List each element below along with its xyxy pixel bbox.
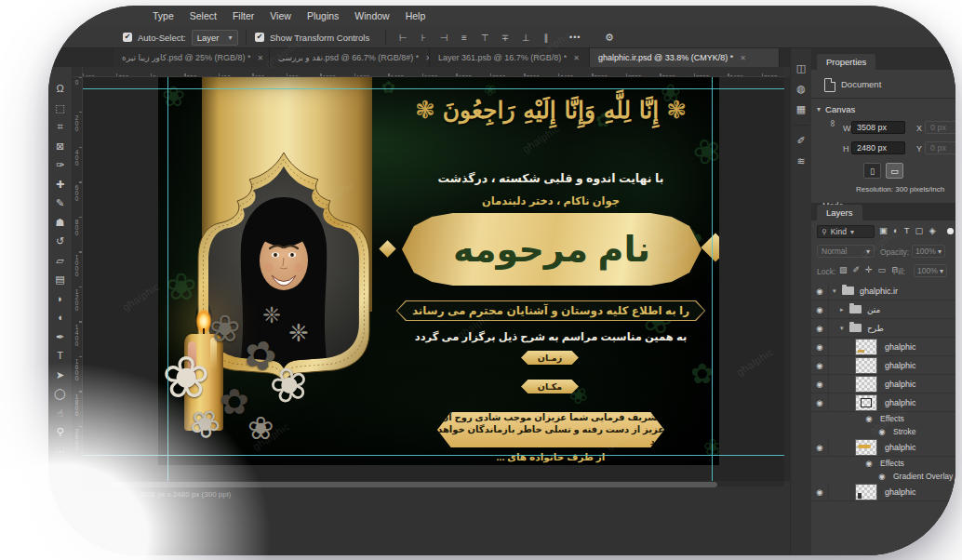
height-field[interactable]: 2480 px — [851, 141, 905, 154]
align-top-icon[interactable]: ⊤ — [478, 33, 491, 43]
blend-mode-dropdown[interactable]: Normal ▾ — [817, 245, 875, 258]
layer-row-group[interactable]: ◉ ▾ ghalphic.ir — [811, 282, 955, 300]
layer-row[interactable]: ◉ ghalphic — [811, 375, 955, 393]
menu-item[interactable]: Window — [354, 10, 389, 21]
visibility-eye-icon[interactable]: ◉ — [811, 282, 829, 300]
align-center-v-icon[interactable]: ∓ — [499, 33, 512, 43]
adjustments-panel-icon[interactable]: ≋ — [796, 156, 805, 167]
frame-tool-icon[interactable]: ⊠ — [56, 141, 64, 152]
document-tab[interactable]: نقد و بررسی.psd @ 66.7% (RGB/8#) * ✕ — [270, 48, 430, 67]
layer-row[interactable]: ◉ ghalphic — [811, 483, 955, 501]
more-tools-icon[interactable]: ⋯ — [55, 447, 65, 457]
close-icon[interactable]: ✕ — [740, 54, 746, 62]
menu-item[interactable]: Select — [190, 10, 217, 21]
blur-tool-icon[interactable]: ◗ — [57, 294, 63, 304]
layer-row[interactable]: ◉ ghalphic — [811, 356, 955, 375]
chevron-right-icon[interactable]: ▸ — [840, 306, 849, 313]
color-panel-icon[interactable]: ◫ — [796, 63, 806, 73]
opacity-field[interactable]: 100% ▾ — [912, 245, 945, 258]
align-left-icon[interactable]: ⊢ — [396, 33, 409, 43]
visibility-eye-icon[interactable]: ◉ — [811, 300, 829, 318]
dodge-tool-icon[interactable]: ◖ — [57, 313, 63, 323]
menu-item[interactable]: Plugins — [307, 10, 339, 21]
tab-properties[interactable]: Properties — [817, 54, 875, 70]
brush-settings-panel-icon[interactable]: ✐ — [796, 136, 805, 146]
zoom-tool-icon[interactable]: ⚲ — [56, 427, 63, 437]
visibility-eye-icon[interactable]: ◉ — [811, 356, 829, 374]
align-right-icon[interactable]: ⊣ — [437, 33, 450, 43]
visibility-eye-icon[interactable]: ◉ — [811, 319, 829, 337]
layer-row[interactable]: ◉ ghalphic fx — [811, 393, 955, 412]
document-tab-active[interactable]: ghalphic.ir.psd @ 33.8% (CMYK/8) * ✕ — [590, 48, 780, 67]
visibility-eye-icon[interactable]: ◉ — [876, 425, 888, 438]
layer-row-group[interactable]: ◉ ▾ طرح — [811, 319, 955, 338]
visibility-eye-icon[interactable]: ◉ — [876, 470, 888, 483]
menu-item[interactable]: View — [270, 10, 291, 21]
effect-row[interactable]: ◉ Stroke — [811, 425, 955, 438]
crop-tool-icon[interactable]: ⌗ — [57, 122, 62, 132]
close-icon[interactable]: ✕ — [573, 54, 580, 62]
filter-type-layers-icon[interactable]: T — [904, 225, 910, 235]
filter-pixel-layers-icon[interactable]: ▣ — [879, 225, 888, 235]
gradient-tool-icon[interactable]: ▤ — [55, 274, 64, 285]
shape-tool-icon[interactable]: ◯ — [54, 389, 65, 399]
object-selection-tool-icon[interactable]: ⬚ — [55, 103, 64, 113]
effect-row[interactable]: ◉ Gradient Overlay — [811, 470, 955, 483]
tab-layers[interactable]: Layers — [817, 205, 862, 220]
distribute-v-icon[interactable]: ∥ — [540, 33, 553, 43]
swatches-panel-icon[interactable]: ◍ — [796, 84, 806, 94]
filter-adjustment-layers-icon[interactable]: ◐ — [893, 225, 899, 235]
auto-select-checkbox[interactable]: ✔ — [123, 33, 132, 42]
document-tab[interactable]: کاور زیبا تیره.psd @ 25% (RGB/8) * ✕ — [114, 48, 270, 67]
chevron-down-icon[interactable]: ▾ — [840, 325, 849, 332]
lock-artboard-icon[interactable]: ▭ — [878, 265, 887, 274]
filter-shape-layers-icon[interactable]: ▢ — [915, 225, 924, 235]
type-tool-icon[interactable]: T — [57, 351, 63, 361]
lock-position-icon[interactable]: ✛ — [865, 265, 873, 274]
canvas-section-header[interactable]: ▾ Canvas — [817, 104, 855, 114]
filter-smart-objects-icon[interactable]: ◈ — [929, 225, 936, 235]
clone-stamp-tool-icon[interactable]: ☗ — [56, 218, 65, 228]
menu-item[interactable]: Filter — [233, 10, 254, 21]
align-bottom-icon[interactable]: ⊥ — [519, 33, 532, 43]
landscape-orientation-button[interactable]: ▭ — [886, 163, 903, 179]
patterns-panel-icon[interactable]: ▦ — [796, 104, 806, 114]
layer-row[interactable]: ◉ ghalphic — [811, 438, 955, 457]
filter-toggle-icon[interactable] — [947, 228, 954, 234]
distribute-h-icon[interactable]: ≡ — [458, 33, 471, 43]
more-options-icon[interactable]: ••• — [569, 33, 581, 42]
lasso-tool-icon[interactable]: Ω — [56, 84, 63, 94]
document-tab[interactable]: Layer 361.psb @ 16.7% (RGB/8) * ✕ — [430, 48, 590, 67]
healing-brush-tool-icon[interactable]: ✚ — [56, 180, 64, 190]
layer-filter-dropdown[interactable]: ⚲ Kind ▾ — [817, 225, 875, 238]
link-dimensions-icon[interactable]: ∞ — [828, 120, 838, 127]
effects-row[interactable]: ◉ Effects — [811, 457, 955, 470]
visibility-eye-icon[interactable]: ◉ — [863, 457, 875, 470]
eraser-tool-icon[interactable]: ▱ — [56, 256, 63, 266]
chevron-down-icon[interactable]: ▾ — [833, 287, 842, 295]
brush-tool-icon[interactable]: ✎ — [56, 198, 64, 208]
gear-icon[interactable]: ⚙ — [605, 32, 614, 44]
y-field[interactable]: 0 px — [925, 141, 955, 154]
lock-pixels-icon[interactable]: ✐ — [853, 265, 861, 274]
pen-tool-icon[interactable]: ✒ — [56, 332, 64, 342]
layer-row-group[interactable]: ◉ ▸ متن — [811, 300, 955, 319]
close-icon[interactable]: ✕ — [258, 54, 264, 62]
show-transform-checkbox[interactable]: ✔ — [255, 33, 264, 42]
lock-transparency-icon[interactable]: ▨ — [839, 265, 848, 274]
visibility-eye-icon[interactable]: ◉ — [811, 338, 829, 355]
visibility-eye-icon[interactable]: ◉ — [811, 375, 829, 393]
auto-select-target-dropdown[interactable]: Layer ▾ — [192, 30, 238, 46]
menu-item[interactable]: Help — [406, 10, 426, 21]
visibility-eye-icon[interactable]: ◉ — [811, 483, 829, 500]
align-center-h-icon[interactable]: ⊦ — [417, 33, 430, 43]
fill-field[interactable]: 100% ▾ — [914, 264, 947, 277]
visibility-eye-icon[interactable]: ◉ — [863, 412, 875, 425]
menu-item[interactable]: Type — [153, 10, 174, 21]
visibility-eye-icon[interactable]: ◉ — [811, 438, 829, 456]
effects-row[interactable]: ◉ Effects — [811, 412, 955, 425]
layer-row[interactable]: ◉ ghalphic — [811, 338, 955, 356]
path-select-tool-icon[interactable]: ➤ — [56, 370, 64, 380]
width-field[interactable]: 3508 px — [851, 121, 905, 134]
hand-tool-icon[interactable]: ☝ — [57, 408, 63, 419]
